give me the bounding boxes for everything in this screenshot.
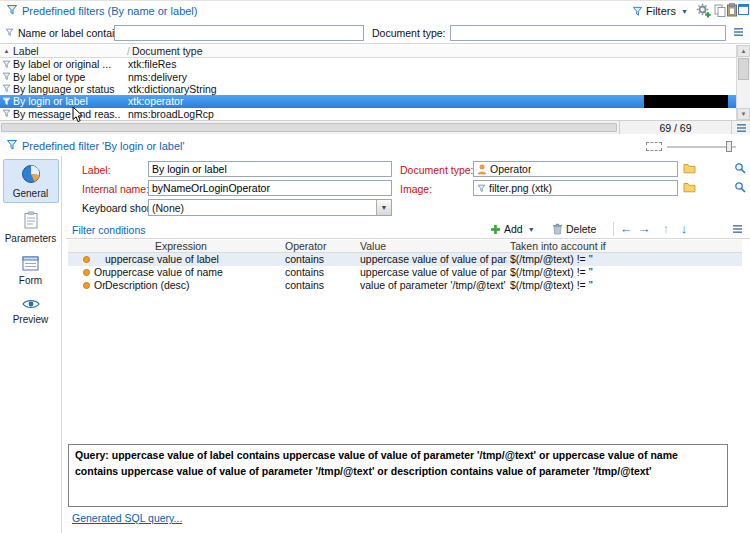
search-bar: Name or label contains: Document type: xyxy=(0,22,750,44)
page-title: Predefined filters (By name or label) xyxy=(22,5,197,17)
column-header-value[interactable]: Value xyxy=(360,240,386,253)
list-menu-icon[interactable] xyxy=(732,224,743,234)
doctype-filter-label: Document type: xyxy=(372,27,446,39)
conditions-section-label[interactable]: Filter conditions xyxy=(72,224,146,236)
filter-icon xyxy=(632,6,643,17)
list-status-bar: 69 / 69 xyxy=(0,120,750,134)
conditions-toolbar: Filter conditions Add ▼ Delete ← → ↑ ↓ xyxy=(66,219,750,239)
shortcut-value: (None) xyxy=(152,202,184,214)
top-header: Predefined filters (By name or label) Fi… xyxy=(0,1,750,21)
chevron-down-icon: ▼ xyxy=(528,226,535,233)
query-summary: Query: uppercase value of label contains… xyxy=(68,444,728,507)
chevron-down-icon: ▼ xyxy=(681,8,688,15)
scrollbar-thumb[interactable] xyxy=(738,58,749,80)
tab-form[interactable]: Form xyxy=(3,251,59,290)
horizontal-scrollbar-thumb[interactable] xyxy=(1,123,617,132)
outdent-arrow-icon[interactable]: ← xyxy=(618,221,634,236)
predefined-filters-window: Predefined filters (By name or label) Fi… xyxy=(0,0,750,533)
tab-parameters[interactable]: Parameters xyxy=(3,206,59,248)
pie-chart-icon xyxy=(21,164,41,184)
add-button[interactable]: Add ▼ xyxy=(486,220,539,238)
tab-general[interactable]: General xyxy=(3,159,59,203)
column-header-operator[interactable]: Operator xyxy=(285,240,326,253)
doctype-caption: Document type: xyxy=(400,164,474,176)
folder-icon[interactable] xyxy=(683,163,696,174)
detail-sidebar: General Parameters Form Preview xyxy=(0,156,62,533)
condition-dot-icon xyxy=(83,269,90,276)
list-item[interactable]: By language or status xtk:dictionaryStri… xyxy=(0,83,736,95)
folder-icon[interactable] xyxy=(683,182,696,193)
filters-button-label: Filters xyxy=(646,5,676,17)
condition-row[interactable]: uppercase value of label contains upperc… xyxy=(68,253,742,266)
internal-name-caption: Internal name: xyxy=(82,183,149,195)
conditions-table: Expression Operator Value Taken into acc… xyxy=(68,240,742,292)
magnifier-icon[interactable] xyxy=(734,181,746,193)
fullscreen-icon[interactable] xyxy=(737,3,750,16)
plus-icon xyxy=(490,224,501,235)
column-separator: / xyxy=(127,45,130,57)
delete-button-label: Delete xyxy=(566,223,596,235)
list-menu-icon[interactable] xyxy=(733,27,744,37)
condition-row[interactable]: Or uppercase value of name contains uppe… xyxy=(68,266,742,279)
doctype-filter-input[interactable] xyxy=(450,25,726,41)
eye-icon xyxy=(22,298,40,310)
list-item[interactable]: By message and reas.. nms:broadLogRcp xyxy=(0,108,736,120)
filter-icon xyxy=(5,28,14,37)
column-header-doctype[interactable]: Document type xyxy=(132,45,203,57)
filter-icon xyxy=(0,72,13,81)
doctype-combo[interactable]: Operator xyxy=(473,161,678,177)
scroll-up-icon[interactable]: ▲ xyxy=(737,45,750,57)
label-input[interactable] xyxy=(148,161,392,177)
filter-icon xyxy=(6,139,18,151)
magnifier-icon[interactable] xyxy=(734,162,746,174)
copy-icon[interactable] xyxy=(714,4,726,17)
scrollbar-track[interactable] xyxy=(737,57,750,108)
list-item[interactable]: By label or original ... xtk:fileRes xyxy=(0,58,736,70)
chevron-down-icon: ▼ xyxy=(376,200,391,215)
move-down-arrow-icon[interactable]: ↓ xyxy=(676,221,692,236)
splitter-slider-thumb[interactable] xyxy=(726,141,732,152)
column-header-label[interactable]: Label xyxy=(13,45,125,57)
record-count: 69 / 69 xyxy=(619,121,732,134)
list-menu-icon[interactable] xyxy=(736,123,747,133)
filter-icon xyxy=(0,84,13,93)
image-combo[interactable]: filter.png (xtk) xyxy=(473,180,678,196)
add-button-label: Add xyxy=(504,223,523,235)
list-vertical-scrollbar[interactable]: ▲ ▼ xyxy=(736,45,750,120)
condition-dot-icon xyxy=(83,256,90,263)
row-cell-editor[interactable] xyxy=(644,95,728,107)
condition-dot-icon xyxy=(83,282,90,289)
form-window-icon xyxy=(22,256,39,271)
column-header-expression[interactable]: Expression xyxy=(155,240,207,253)
resize-handle-box[interactable] xyxy=(646,142,662,151)
settings-gear-icon[interactable] xyxy=(696,3,711,18)
indent-arrow-icon[interactable]: → xyxy=(636,221,652,236)
tab-preview[interactable]: Preview xyxy=(3,293,59,329)
filters-list: ▲ Label / Document type By label or orig… xyxy=(0,45,736,120)
name-filter-label: Name or label contains: xyxy=(18,27,128,39)
list-item-selected[interactable]: By login or label xtk:operator xyxy=(0,95,736,107)
condition-row[interactable]: Or Description (desc) contains value of … xyxy=(68,279,742,292)
image-caption: Image: xyxy=(400,183,432,195)
filter-icon xyxy=(6,4,18,16)
name-filter-input[interactable] xyxy=(114,25,364,41)
detail-title: Predefined filter 'By login or label' xyxy=(22,140,185,152)
move-up-arrow-icon[interactable]: ↑ xyxy=(658,221,674,236)
filter-icon xyxy=(477,184,486,193)
list-header[interactable]: ▲ Label / Document type xyxy=(0,45,736,58)
filters-button[interactable]: Filters ▼ xyxy=(628,2,692,20)
conditions-table-header[interactable]: Expression Operator Value Taken into acc… xyxy=(68,240,742,253)
shortcut-select[interactable]: (None) ▼ xyxy=(148,199,392,216)
sort-asc-icon: ▲ xyxy=(0,48,13,54)
filter-icon xyxy=(0,60,13,69)
internal-name-input[interactable] xyxy=(148,180,392,196)
delete-button[interactable]: Delete xyxy=(548,220,600,238)
filter-icon xyxy=(0,97,13,106)
list-item[interactable]: By label or type nms:delivery xyxy=(0,70,736,82)
scroll-down-icon[interactable]: ▼ xyxy=(737,108,750,120)
label-caption: Label: xyxy=(82,164,111,176)
clipboard-icon xyxy=(23,211,39,229)
separator xyxy=(610,222,617,236)
column-header-taken[interactable]: Taken into account if xyxy=(510,240,606,253)
generated-sql-link[interactable]: Generated SQL query... xyxy=(72,512,182,524)
